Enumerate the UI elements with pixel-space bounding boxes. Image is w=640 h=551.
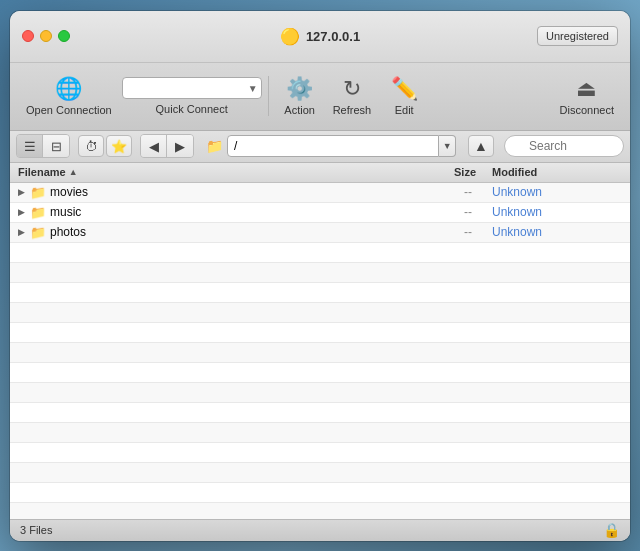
forward-button[interactable]: ▶ — [167, 135, 193, 157]
file-modified: Unknown — [492, 225, 622, 239]
empty-row — [10, 483, 630, 503]
expand-icon[interactable]: ▶ — [18, 227, 30, 237]
file-size: -- — [412, 225, 492, 239]
toolbar-separator-1 — [268, 76, 269, 116]
folder-item-icon: 📁 — [30, 225, 46, 240]
toolbar: 🌐 Open Connection ▼ Quick Connect ⚙️ Act… — [10, 63, 630, 131]
file-modified: Unknown — [492, 205, 622, 219]
traffic-lights — [22, 30, 70, 42]
empty-row — [10, 323, 630, 343]
secondary-toolbar: ☰ ⊟ ⏱ ⭐ ◀ ▶ 📁 ▼ ▲ 🔍 — [10, 131, 630, 163]
empty-row — [10, 263, 630, 283]
file-size: -- — [412, 205, 492, 219]
lock-icon: 🔒 — [603, 522, 620, 538]
window-title: 127.0.0.1 — [306, 29, 360, 44]
edit-icon: ✏️ — [391, 76, 418, 102]
table-row[interactable]: ▶ 📁 music -- Unknown — [10, 203, 630, 223]
file-name: movies — [50, 185, 412, 199]
path-input[interactable] — [227, 135, 439, 157]
expand-icon[interactable]: ▶ — [18, 187, 30, 197]
file-name: photos — [50, 225, 412, 239]
statusbar: 3 Files 🔒 — [10, 519, 630, 541]
maximize-button[interactable] — [58, 30, 70, 42]
bookmarks-button[interactable]: ⭐ — [106, 135, 132, 157]
view-buttons-group: ☰ ⊟ — [16, 134, 70, 158]
empty-row — [10, 343, 630, 363]
refresh-label: Refresh — [333, 104, 372, 116]
column-view-button[interactable]: ⊟ — [43, 135, 69, 157]
modified-column-header[interactable]: Modified — [492, 166, 622, 178]
file-size: -- — [412, 185, 492, 199]
quick-connect-label: Quick Connect — [156, 103, 228, 115]
empty-row — [10, 363, 630, 383]
nav-buttons-group: ◀ ▶ — [140, 134, 194, 158]
file-list-container: Filename ▲ Size Modified ▶ 📁 movies -- U… — [10, 163, 630, 519]
folder-icon: 📁 — [206, 138, 223, 154]
folder-item-icon: 📁 — [30, 205, 46, 220]
search-input[interactable] — [504, 135, 624, 157]
server-icon: 🟡 — [280, 27, 300, 46]
unregistered-button[interactable]: Unregistered — [537, 26, 618, 46]
empty-row — [10, 383, 630, 403]
minimize-button[interactable] — [40, 30, 52, 42]
up-directory-button[interactable]: ▲ — [468, 135, 494, 157]
file-rows: ▶ 📁 movies -- Unknown ▶ 📁 music -- Unkno… — [10, 183, 630, 519]
edit-label: Edit — [395, 104, 414, 116]
empty-row — [10, 443, 630, 463]
list-view-button[interactable]: ☰ — [17, 135, 43, 157]
refresh-icon: ↻ — [343, 76, 361, 102]
empty-row — [10, 463, 630, 483]
status-text: 3 Files — [20, 524, 603, 536]
search-wrapper: 🔍 — [504, 135, 624, 157]
open-connection-label: Open Connection — [26, 104, 112, 116]
path-input-wrapper: ▼ — [227, 135, 456, 157]
empty-row — [10, 243, 630, 263]
disconnect-label: Disconnect — [560, 104, 614, 116]
empty-row — [10, 283, 630, 303]
window-title-area: 🟡 127.0.0.1 — [280, 27, 360, 46]
disconnect-button[interactable]: ⏏ Disconnect — [552, 72, 622, 120]
table-row[interactable]: ▶ 📁 photos -- Unknown — [10, 223, 630, 243]
action-button[interactable]: ⚙️ Action — [275, 72, 325, 120]
open-connection-button[interactable]: 🌐 Open Connection — [18, 72, 120, 120]
action-label: Action — [284, 104, 315, 116]
quick-connect-input[interactable] — [122, 77, 262, 99]
history-button[interactable]: ⏱ — [78, 135, 104, 157]
filename-column-header[interactable]: Filename ▲ — [18, 166, 412, 178]
empty-row — [10, 503, 630, 519]
empty-row — [10, 303, 630, 323]
file-name: music — [50, 205, 412, 219]
action-icon: ⚙️ — [286, 76, 313, 102]
empty-row — [10, 403, 630, 423]
file-modified: Unknown — [492, 185, 622, 199]
edit-button[interactable]: ✏️ Edit — [379, 72, 429, 120]
titlebar: 🟡 127.0.0.1 Unregistered — [10, 11, 630, 63]
table-row[interactable]: ▶ 📁 movies -- Unknown — [10, 183, 630, 203]
main-window: 🟡 127.0.0.1 Unregistered 🌐 Open Connecti… — [10, 11, 630, 541]
disconnect-icon: ⏏ — [576, 76, 597, 102]
open-connection-icon: 🌐 — [55, 76, 82, 102]
empty-row — [10, 423, 630, 443]
close-button[interactable] — [22, 30, 34, 42]
back-button[interactable]: ◀ — [141, 135, 167, 157]
quick-connect-area: ▼ Quick Connect — [122, 77, 262, 115]
quick-connect-wrapper: ▼ — [122, 77, 262, 99]
refresh-button[interactable]: ↻ Refresh — [327, 72, 378, 120]
path-chevron-button[interactable]: ▼ — [439, 135, 456, 157]
size-column-header[interactable]: Size — [412, 166, 492, 178]
path-bar: 📁 ▼ — [206, 135, 456, 157]
expand-icon[interactable]: ▶ — [18, 207, 30, 217]
sort-arrow-icon: ▲ — [69, 167, 78, 177]
file-list-header: Filename ▲ Size Modified — [10, 163, 630, 183]
folder-item-icon: 📁 — [30, 185, 46, 200]
